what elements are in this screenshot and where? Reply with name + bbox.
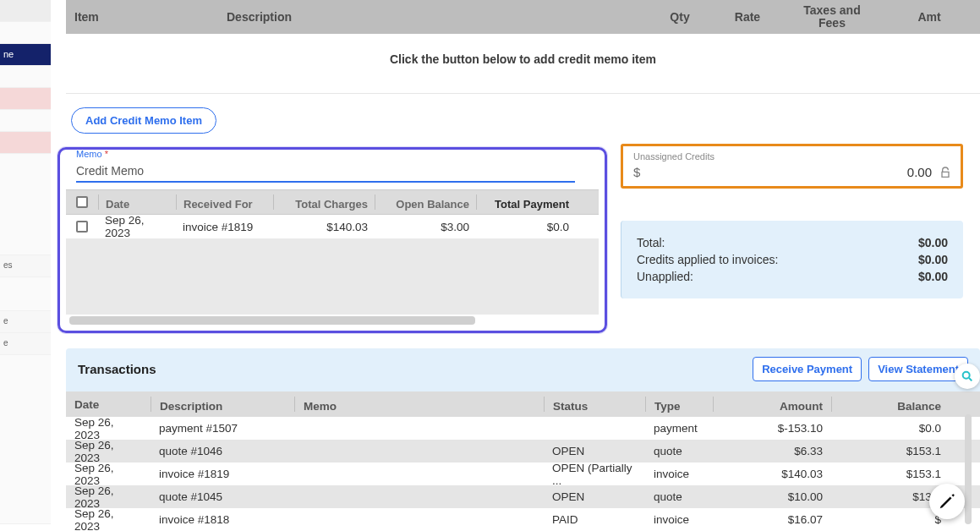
svg-point-0 <box>963 372 970 379</box>
col-total-payment[interactable]: Total Payment <box>476 194 576 210</box>
transactions-header: Date Description Memo Status Type Amount… <box>66 391 980 417</box>
view-statement-button[interactable]: View Statement <box>868 357 968 381</box>
table-row[interactable]: Sep 26, 2023quote #1046OPENquote$6.33$15… <box>66 440 980 463</box>
credits-table: Date Received For Total Charges Open Bal… <box>66 189 599 325</box>
left-rail: ne es e e <box>0 0 51 531</box>
rail-row: e <box>0 333 51 355</box>
col-total-charges[interactable]: Total Charges <box>273 194 375 210</box>
rail-row <box>0 154 51 255</box>
txh-memo[interactable]: Memo <box>294 397 544 412</box>
rail-row <box>0 22 51 44</box>
empty-hint: Click the button below to add credit mem… <box>66 34 980 85</box>
col-qty: Qty <box>650 5 709 29</box>
rail-row: es <box>0 255 51 277</box>
table-row[interactable]: Sep 26, 2023 invoice #1819 $140.03 $3.00… <box>66 215 599 238</box>
checkbox-all[interactable] <box>76 196 88 208</box>
rail-row <box>0 0 51 22</box>
txh-balance[interactable]: Balance <box>831 397 950 412</box>
rail-row <box>0 277 51 311</box>
txh-status[interactable]: Status <box>544 397 645 412</box>
chat-fab[interactable] <box>929 484 965 519</box>
col-date[interactable]: Date <box>98 194 176 210</box>
unassigned-credits-box: Unassigned Credits $ 0.00 <box>621 144 963 189</box>
txh-amount[interactable]: Amount <box>713 397 831 412</box>
col-taxes: Taxes and Fees <box>786 0 879 35</box>
rail-row <box>0 88 51 110</box>
memo-input[interactable] <box>76 161 575 183</box>
add-credit-memo-item-button[interactable]: Add Credit Memo Item <box>71 107 216 134</box>
col-amt: Amt <box>879 5 980 29</box>
table-empty-area <box>66 238 599 315</box>
row-checkbox[interactable] <box>76 221 88 233</box>
table-row[interactable]: Sep 26, 2023quote #1045OPENquote$10.00$1… <box>66 485 980 508</box>
col-open-balance[interactable]: Open Balance <box>375 194 476 210</box>
receive-payment-button[interactable]: Receive Payment <box>753 357 862 381</box>
col-item: Item <box>66 5 218 29</box>
divider <box>66 93 980 94</box>
unassigned-label: Unassigned Credits <box>633 151 952 161</box>
rail-row <box>0 132 51 154</box>
txh-description[interactable]: Description <box>151 397 294 412</box>
rail-row <box>0 355 51 524</box>
col-description: Description <box>218 5 650 29</box>
table-row[interactable]: Sep 26, 2023invoice #1819OPEN (Partially… <box>66 463 980 485</box>
svg-line-1 <box>969 378 972 380</box>
col-received-for[interactable]: Received For <box>176 194 273 210</box>
col-rate: Rate <box>709 5 786 29</box>
rail-row: e <box>0 311 51 333</box>
rail-row-active[interactable]: ne <box>0 44 51 66</box>
unassigned-value[interactable]: 0.00 <box>907 165 932 179</box>
table-row[interactable]: Sep 26, 2023invoice #1818PAIDinvoice$16.… <box>66 508 980 531</box>
pen-icon <box>938 492 956 511</box>
search-icon <box>961 370 974 383</box>
txh-type[interactable]: Type <box>645 397 713 412</box>
currency-symbol: $ <box>633 165 640 179</box>
table-row[interactable]: Sep 26, 2023payment #1507payment$-153.10… <box>66 417 980 440</box>
items-header: Item Description Qty Rate Taxes and Fees… <box>66 0 980 34</box>
transactions-panel-header: Transactions Receive Payment View Statem… <box>66 348 980 391</box>
main-content: Item Description Qty Rate Taxes and Fees… <box>51 0 980 531</box>
totals-box: Total:$0.00 Credits applied to invoices:… <box>621 221 963 298</box>
horizontal-scrollbar[interactable] <box>69 316 475 325</box>
vertical-scrollbar[interactable] <box>965 414 972 524</box>
search-fab[interactable] <box>955 364 980 389</box>
transactions-title: Transactions <box>78 362 746 376</box>
lock-icon <box>939 166 952 179</box>
rail-row <box>0 110 51 132</box>
rail-row <box>0 66 51 88</box>
txh-date[interactable]: Date <box>66 395 151 414</box>
